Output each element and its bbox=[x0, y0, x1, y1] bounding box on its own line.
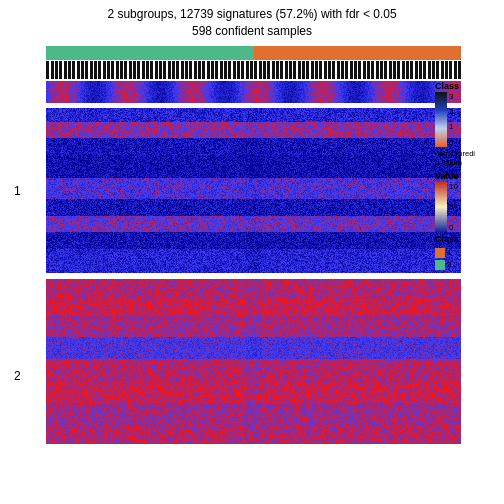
pvalue-legend-gradient bbox=[435, 92, 447, 147]
pvalue-tick-1: 1 bbox=[449, 122, 453, 131]
sample-stripe-bar bbox=[46, 61, 461, 79]
group1-heatmap bbox=[46, 108, 461, 273]
class-color-1 bbox=[435, 248, 445, 258]
pvalue-tick-2: 2 bbox=[449, 107, 453, 116]
value-tick-10: 10 bbox=[449, 182, 458, 191]
class-item-1: 1 bbox=[435, 248, 490, 258]
class-items: 1 2 bbox=[435, 248, 490, 270]
class-color-2 bbox=[435, 260, 445, 270]
title-line2: 598 confident samples bbox=[107, 23, 396, 40]
pvalue-tick-0: 0 bbox=[449, 138, 453, 147]
group2-heatmap bbox=[46, 279, 461, 444]
class-label-2: 2 bbox=[447, 260, 451, 269]
main-container: 2 subgroups, 12739 signatures (57.2%) wi… bbox=[0, 0, 504, 504]
group2-label: 2 bbox=[14, 369, 21, 383]
group1-label: 1 bbox=[14, 184, 21, 198]
class-label-1: 1 bbox=[447, 248, 451, 257]
pvalue-tick-3: 3 bbox=[449, 92, 453, 101]
class-bar-right bbox=[254, 46, 462, 60]
class-legend-title: Class bbox=[435, 81, 490, 91]
class-bar-left bbox=[46, 46, 254, 60]
value-tick-0: 0 bbox=[449, 223, 458, 232]
value-legend-title: Value bbox=[435, 171, 490, 181]
title-area: 2 subgroups, 12739 signatures (57.2%) wi… bbox=[107, 6, 396, 44]
legend-container: Class 3 2 1 0 -log10(predi p-value) Valu… bbox=[435, 81, 490, 272]
value-legend-gradient bbox=[435, 182, 447, 232]
class-color-bar bbox=[46, 46, 461, 60]
value-tick-5: 5 bbox=[449, 202, 458, 211]
pvalue-strip bbox=[46, 81, 461, 103]
heatmap-area bbox=[46, 46, 461, 444]
title-line1: 2 subgroups, 12739 signatures (57.2%) wi… bbox=[107, 6, 396, 23]
class-item-2: 2 bbox=[435, 260, 490, 270]
class-legend-label: Class bbox=[435, 234, 490, 244]
pvalue-label-text: -log10(predi p-value) bbox=[435, 149, 490, 167]
